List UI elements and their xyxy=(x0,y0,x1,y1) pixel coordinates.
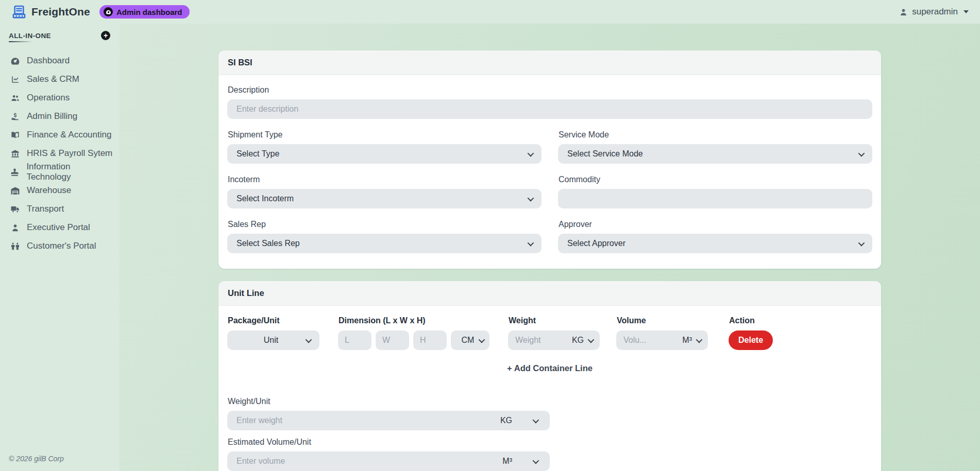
chevron-down-icon xyxy=(533,416,539,423)
description-input[interactable] xyxy=(236,99,863,119)
sidebar-item-customers-portal[interactable]: Customer's Portal xyxy=(0,237,120,255)
description-label: Description xyxy=(228,85,872,95)
approver-value: Select Approver xyxy=(567,239,858,248)
volume-combo-field[interactable]: M³ xyxy=(616,330,708,350)
weight-input[interactable] xyxy=(515,330,568,350)
chart-line-icon xyxy=(9,75,21,84)
commodity-label: Commodity xyxy=(559,175,872,184)
weight-per-unit-label: Weight/Unit xyxy=(228,397,872,406)
sidebar-item-admin-billing[interactable]: Admin Billing xyxy=(0,107,120,126)
incoterm-label: Incoterm xyxy=(228,175,542,184)
delete-button[interactable]: Delete xyxy=(729,330,773,350)
truck-icon xyxy=(9,204,21,214)
unit-line-row: Package/Unit Unit Dimension (L x W x H) xyxy=(227,316,872,350)
user-menu[interactable]: superadmin xyxy=(899,7,969,17)
card-title-si-bsi: SI BSI xyxy=(218,50,881,75)
shipment-type-group: Shipment Type Select Type xyxy=(227,130,542,164)
chevron-down-icon xyxy=(306,336,312,343)
book-icon xyxy=(9,130,21,140)
sidebar-item-label: Operations xyxy=(27,93,70,103)
sidebar-item-finance-accounting[interactable]: Finance & Accounting xyxy=(0,126,120,144)
incoterm-select[interactable]: Select Incoterm xyxy=(227,189,542,208)
add-container-line-link[interactable]: + Add Container Line xyxy=(227,363,872,373)
volume-per-unit-unit-value: M³ xyxy=(502,457,512,466)
sidebar-item-information-technology[interactable]: Information Technology xyxy=(0,163,120,181)
sidebar-item-label: Sales & CRM xyxy=(27,74,79,84)
shipment-type-value: Select Type xyxy=(236,149,528,159)
dimension-unit-value: CM xyxy=(457,336,479,345)
admin-dashboard-badge: Admin dashboard xyxy=(99,5,190,19)
action-header: Action xyxy=(729,316,773,325)
sales-rep-label: Sales Rep xyxy=(228,220,542,229)
sidebar-item-transport[interactable]: Transport xyxy=(0,200,120,218)
chevron-down-icon xyxy=(533,457,539,464)
description-group: Description xyxy=(227,85,872,119)
volume-per-unit-field[interactable]: M³ xyxy=(227,451,550,471)
dimension-header: Dimension (L x W x H) xyxy=(339,316,508,325)
sales-rep-value: Select Sales Rep xyxy=(236,239,528,248)
warehouse-icon xyxy=(9,186,21,196)
commodity-group: Commodity xyxy=(558,175,872,208)
sidebar-item-executive-portal[interactable]: Executive Portal xyxy=(0,218,120,237)
sidebar-item-operations[interactable]: Operations xyxy=(0,89,120,107)
service-mode-select[interactable]: Select Service Mode xyxy=(558,144,872,164)
sidebar-item-label: Customer's Portal xyxy=(27,241,96,251)
freightone-logo-icon xyxy=(11,5,27,19)
service-mode-value: Select Service Mode xyxy=(567,149,858,159)
sales-rep-select[interactable]: Select Sales Rep xyxy=(227,234,542,253)
users-icon xyxy=(9,93,21,103)
weight-column: Weight KG xyxy=(508,316,600,350)
approver-select[interactable]: Select Approver xyxy=(558,234,872,253)
package-unit-select[interactable]: Unit xyxy=(227,330,319,350)
add-module-button[interactable]: + xyxy=(101,31,110,40)
action-column: Action Delete xyxy=(729,316,773,350)
weight-combo-field[interactable]: KG xyxy=(508,330,600,350)
incoterm-value: Select Incoterm xyxy=(236,194,528,203)
sidebar-item-dashboard[interactable]: Dashboard xyxy=(0,51,120,70)
main-content: SI BSI Description Shipment Type Select … xyxy=(120,24,980,471)
unit-line-card: Unit Line Package/Unit Unit Dimension (L… xyxy=(218,281,881,471)
username-label: superadmin xyxy=(912,7,958,17)
sidebar: ALL-IN-ONE + Dashboard Sales & CRM xyxy=(0,24,120,471)
sidebar-section-title: ALL-IN-ONE xyxy=(9,32,51,40)
weight-per-unit-field[interactable]: KG xyxy=(227,411,550,430)
chevron-down-icon xyxy=(588,336,595,343)
chevron-down-icon xyxy=(696,336,703,343)
dimension-h-input[interactable] xyxy=(420,330,440,350)
sidebar-menu: Dashboard Sales & CRM Operations Admin B… xyxy=(0,51,120,255)
chevron-down-icon xyxy=(528,239,534,246)
chevron-down-icon xyxy=(858,150,865,156)
sidebar-item-sales-crm[interactable]: Sales & CRM xyxy=(0,70,120,89)
volume-per-unit-label: Estimated Volume/Unit xyxy=(228,438,872,447)
chevron-down-icon xyxy=(528,195,534,201)
volume-header: Volume xyxy=(617,316,708,325)
commodity-input[interactable] xyxy=(567,189,863,208)
copyright-footer: © 2026 gilB Corp xyxy=(9,455,64,463)
dimension-l-input[interactable] xyxy=(345,330,365,350)
people-arrows-icon xyxy=(9,241,21,251)
approver-label: Approver xyxy=(559,220,872,229)
service-mode-label: Service Mode xyxy=(559,130,872,139)
volume-unit-value: M³ xyxy=(682,336,692,345)
topbar: FreightOne Admin dashboard superadmin xyxy=(0,0,980,24)
package-unit-column: Package/Unit Unit xyxy=(227,316,319,350)
si-bsi-card: SI BSI Description Shipment Type Select … xyxy=(218,50,881,269)
sidebar-item-label: Information Technology xyxy=(26,162,114,182)
dimension-unit-select[interactable]: CM xyxy=(451,330,489,350)
app-title: FreightOne xyxy=(31,6,90,18)
volume-per-unit-input[interactable] xyxy=(236,451,502,471)
chevron-down-icon xyxy=(964,10,969,13)
weight-per-unit-input[interactable] xyxy=(236,411,500,430)
package-unit-header: Package/Unit xyxy=(228,316,319,325)
dimension-w-input[interactable] xyxy=(382,330,402,350)
sidebar-item-warehouse[interactable]: Warehouse xyxy=(0,181,120,200)
gauge-badge-icon xyxy=(104,7,113,16)
sidebar-item-label: Transport xyxy=(27,204,64,214)
sidebar-item-label: Dashboard xyxy=(27,56,70,66)
volume-input[interactable] xyxy=(623,330,678,350)
sidebar-item-label: Warehouse xyxy=(27,185,71,196)
sidebar-item-hris-payroll[interactable]: HRIS & Payroll Sytem xyxy=(0,144,120,163)
shipment-type-select[interactable]: Select Type xyxy=(227,144,542,164)
chevron-down-icon xyxy=(528,150,534,156)
weight-header: Weight xyxy=(509,316,600,325)
